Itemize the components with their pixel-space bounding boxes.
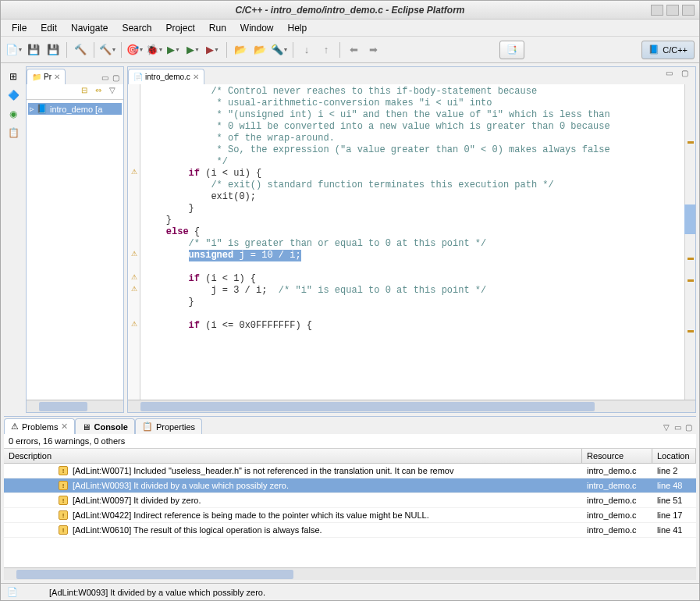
menu-icon[interactable]: ▽: [109, 86, 120, 97]
prev-annotation-button[interactable]: ↑: [318, 41, 335, 59]
editor-panel: 📄 intro_demo.c ✕ ▭ ▢ ⚠⚠⚠⚠⚠ /* Control ne…: [127, 66, 696, 413]
annotation-ruler[interactable]: ⚠⚠⚠⚠⚠: [128, 84, 140, 400]
warning-icon: !: [59, 496, 68, 505]
tasks-icon[interactable]: 📋: [6, 126, 20, 140]
link-icon[interactable]: ⇔: [95, 86, 106, 97]
maximize-icon[interactable]: ▢: [112, 73, 123, 84]
properties-tab[interactable]: 📋 Properties: [135, 418, 202, 434]
table-header[interactable]: Description Resource Location: [4, 449, 696, 464]
table-row[interactable]: ![AdLint:W0610] The result of this logic…: [4, 523, 696, 538]
table-row[interactable]: ![AdLint:W0097] It divided by zero.intro…: [4, 493, 696, 508]
table-row[interactable]: ![AdLint:W0422] Indirect reference is be…: [4, 508, 696, 523]
col-resource[interactable]: Resource: [582, 449, 652, 463]
problems-summary: 0 errors, 16 warnings, 0 others: [4, 434, 696, 449]
close-button[interactable]: [682, 5, 695, 16]
table-row[interactable]: ![AdLint:W0093] It divided by a value wh…: [4, 478, 696, 493]
save-all-button[interactable]: 💾: [44, 41, 62, 59]
view-strip: ⊞ 🔷 ◉ 📋: [4, 66, 23, 413]
hammer-button[interactable]: 🔨▼: [99, 41, 116, 59]
expand-icon[interactable]: ▹: [30, 104, 34, 114]
new-button[interactable]: 📄▼: [5, 41, 23, 59]
open-perspective-button[interactable]: 📑: [499, 41, 524, 59]
close-icon[interactable]: ✕: [193, 73, 199, 81]
menu-search[interactable]: Search: [115, 21, 158, 35]
minimize-icon[interactable]: ▭: [674, 423, 685, 434]
warning-icon: !: [59, 510, 68, 520]
titlebar: C/C++ - intro_demo/intro_demo.c - Eclips…: [1, 1, 699, 20]
minimize-icon[interactable]: ▭: [666, 69, 677, 80]
minimize-icon[interactable]: ▭: [101, 73, 112, 84]
warning-icon: !: [59, 525, 68, 535]
minimize-button[interactable]: [651, 5, 663, 16]
overview-ruler[interactable]: [684, 84, 695, 400]
status-text: [AdLint:W0093] It divided by a value whi…: [49, 588, 265, 597]
menu-file[interactable]: File: [5, 21, 33, 35]
col-location[interactable]: Location: [652, 449, 696, 463]
menubar: FileEditNavigateSearchProjectRunWindowHe…: [1, 20, 699, 37]
search-button[interactable]: 🔦▼: [271, 41, 288, 59]
close-icon[interactable]: ✕: [61, 421, 68, 432]
project-explorer-tab[interactable]: 📁 Pr ✕: [27, 69, 66, 84]
main-toolbar: 📄▼ 💾 💾 🔨 🔨▼ 🎯▼ 🐞▼ ▶▼ ▶▼ ▶▼ 📂 📂 🔦▼ ↓ ↑ ⬅ …: [1, 37, 699, 63]
save-button[interactable]: 💾: [25, 41, 42, 59]
status-bar: 📄 [AdLint:W0093] It divided by a value w…: [1, 583, 699, 600]
warning-icon: !: [59, 481, 68, 490]
code-editor[interactable]: /* Control never reaches to this if-body…: [140, 84, 684, 400]
open-type-button[interactable]: 📂: [232, 41, 249, 59]
menu-run[interactable]: Run: [203, 21, 233, 35]
editor-h-scrollbar[interactable]: [128, 400, 695, 412]
status-icon: 📄: [7, 587, 18, 597]
build-button[interactable]: 🔨: [72, 41, 89, 59]
problems-tab[interactable]: ⚠ Problems ✕: [4, 418, 75, 434]
console-tab[interactable]: 🖥 Console: [75, 418, 134, 434]
col-description[interactable]: Description: [4, 449, 582, 463]
forward-button[interactable]: ➡: [364, 41, 382, 59]
open-task-button[interactable]: 📂: [251, 41, 268, 59]
project-explorer-panel: 📁 Pr ✕ ▭ ▢ ⊟ ⇔ ▽ ▹ 📘 intro_demo [a: [26, 66, 124, 413]
run-button[interactable]: ▶▼: [165, 41, 183, 59]
external-tools-button[interactable]: ▶▼: [185, 41, 202, 59]
menu-navigate[interactable]: Navigate: [65, 21, 114, 35]
editor-tab[interactable]: 📄 intro_demo.c ✕: [128, 69, 204, 84]
restore-icon[interactable]: ⊞: [6, 69, 20, 84]
close-icon[interactable]: ✕: [54, 73, 60, 81]
view-menu-icon[interactable]: ▽: [663, 423, 674, 434]
problems-panel: ⚠ Problems ✕ 🖥 Console 📋 Properties ▽ ▭ …: [4, 416, 696, 580]
menu-help[interactable]: Help: [282, 21, 314, 35]
profile-button[interactable]: ▶▼: [204, 41, 222, 59]
h-scrollbar[interactable]: [27, 400, 123, 412]
perspective-cpp[interactable]: 📘 C/C++: [641, 41, 695, 59]
outline-icon[interactable]: 🔷: [6, 88, 20, 102]
project-icon: 📘: [37, 104, 48, 114]
problems-h-scrollbar[interactable]: [4, 567, 696, 580]
menu-edit[interactable]: Edit: [34, 21, 63, 35]
maximize-icon[interactable]: ▢: [681, 69, 692, 80]
window-title: C/C++ - intro_demo/intro_demo.c - Eclips…: [235, 5, 464, 16]
make-targets-icon[interactable]: ◉: [6, 107, 20, 121]
debug-button[interactable]: 🐞▼: [146, 41, 163, 59]
back-button[interactable]: ⬅: [345, 41, 362, 59]
target-button[interactable]: 🎯▼: [126, 41, 144, 59]
warning-icon: !: [59, 466, 68, 475]
menu-window[interactable]: Window: [234, 21, 280, 35]
next-annotation-button[interactable]: ↓: [298, 41, 315, 59]
collapse-icon[interactable]: ⊟: [81, 86, 92, 97]
tree-root-item[interactable]: ▹ 📘 intro_demo [a: [28, 103, 122, 115]
maximize-button[interactable]: [666, 5, 679, 16]
maximize-icon[interactable]: ▢: [685, 423, 696, 434]
table-row[interactable]: ![AdLint:W0071] Included "useless_header…: [4, 464, 696, 478]
menu-project[interactable]: Project: [159, 21, 201, 35]
